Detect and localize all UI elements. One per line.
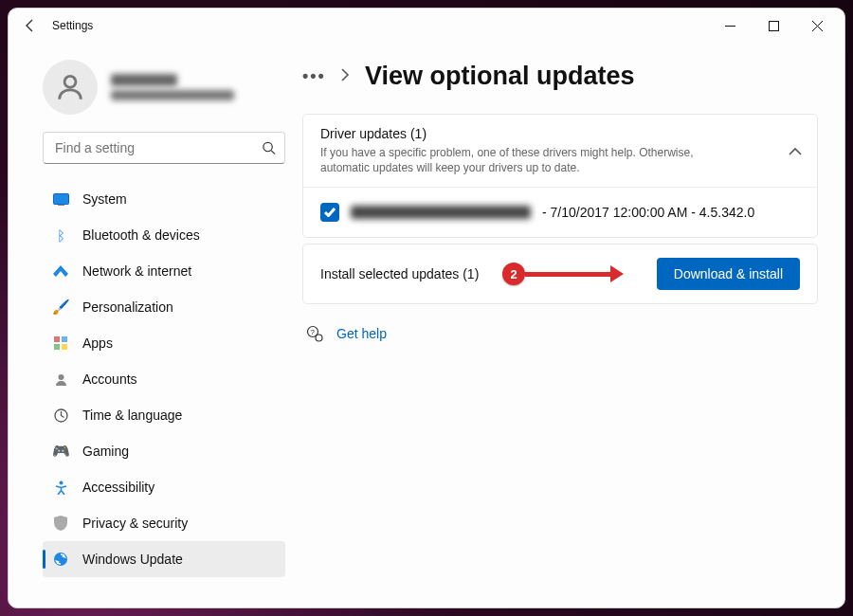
help-icon: ?: [306, 325, 323, 342]
nav-label: Privacy & security: [82, 516, 188, 531]
brush-icon: 🖌️: [52, 299, 69, 316]
nav-label: Time & language: [82, 408, 182, 423]
back-button[interactable]: [14, 9, 46, 42]
driver-updates-card: Driver updates (1) If you have a specifi…: [302, 114, 818, 238]
svg-text:?: ?: [311, 328, 316, 336]
breadcrumb: ••• View optional updates: [302, 62, 818, 91]
minimize-button[interactable]: [708, 9, 752, 43]
update-checkbox[interactable]: [320, 203, 339, 222]
driver-update-row[interactable]: - 7/10/2017 12:00:00 AM - 4.5.342.0 1: [303, 188, 817, 237]
sidebar-item-accessibility[interactable]: Accessibility: [43, 469, 285, 505]
install-label: Install selected updates (1): [320, 266, 479, 281]
sidebar-item-gaming[interactable]: 🎮Gaming: [43, 433, 285, 469]
content-area: System ᛒBluetooth & devices Network & in…: [9, 43, 844, 607]
accessibility-icon: [52, 479, 69, 496]
search-input[interactable]: [43, 132, 285, 164]
titlebar: Settings: [9, 9, 844, 43]
window-controls: [708, 9, 839, 43]
breadcrumb-ellipsis[interactable]: •••: [302, 66, 326, 86]
svg-point-5: [263, 142, 272, 151]
driver-name-redacted: [351, 206, 531, 219]
arrow-head-icon: [610, 265, 624, 282]
update-meta: - 7/10/2017 12:00:00 AM - 4.5.342.0: [542, 205, 754, 220]
arrow-left-icon: [23, 18, 38, 33]
accounts-icon: [52, 371, 69, 388]
svg-rect-8: [58, 205, 64, 206]
avatar: [43, 60, 98, 115]
user-name-redacted: [111, 74, 177, 86]
nav-label: Accessibility: [82, 480, 154, 495]
sidebar-item-privacy[interactable]: Privacy & security: [43, 505, 285, 541]
apps-icon: [52, 335, 69, 352]
svg-point-13: [58, 374, 64, 380]
gaming-icon: 🎮: [52, 443, 69, 460]
install-card: Install selected updates (1) Download & …: [302, 244, 818, 304]
shield-icon: [52, 515, 69, 532]
driver-updates-subtext: If you have a specific problem, one of t…: [320, 145, 718, 175]
download-install-button[interactable]: Download & install: [657, 258, 800, 290]
sidebar-item-accounts[interactable]: Accounts: [43, 361, 285, 397]
close-button[interactable]: [795, 9, 839, 43]
svg-rect-7: [53, 193, 68, 204]
app-title: Settings: [52, 19, 93, 32]
sidebar-item-bluetooth[interactable]: ᛒBluetooth & devices: [43, 217, 285, 253]
update-icon: [52, 551, 69, 568]
profile-block[interactable]: [43, 60, 285, 115]
nav-label: Accounts: [82, 371, 137, 387]
annotation-arrow-2: [525, 272, 610, 277]
sidebar-item-network[interactable]: Network & internet: [43, 253, 285, 289]
nav-label: Windows Update: [82, 552, 183, 567]
get-help-link[interactable]: Get help: [336, 326, 387, 341]
svg-point-15: [59, 480, 63, 484]
clock-icon: [52, 407, 69, 424]
chevron-up-icon[interactable]: [789, 142, 802, 159]
svg-rect-1: [769, 21, 778, 30]
nav-label: Bluetooth & devices: [82, 227, 200, 243]
get-help-row[interactable]: ? Get help: [306, 325, 818, 342]
bluetooth-icon: ᛒ: [52, 226, 69, 244]
svg-rect-11: [54, 344, 60, 350]
search-box[interactable]: [43, 132, 285, 164]
user-info: [111, 74, 234, 100]
maximize-button[interactable]: [752, 9, 795, 43]
nav-label: Personalization: [82, 299, 173, 315]
main-panel: ••• View optional updates Driver updates…: [302, 43, 844, 607]
nav-label: System: [82, 191, 127, 207]
nav-label: Network & internet: [82, 263, 191, 279]
annotation-2: 2: [502, 263, 624, 285]
svg-rect-9: [54, 336, 60, 342]
minimize-icon: [725, 21, 735, 31]
sidebar-item-system[interactable]: System: [43, 181, 285, 217]
nav-label: Apps: [82, 335, 113, 351]
driver-updates-heading: Driver updates (1): [320, 126, 771, 141]
svg-point-16: [54, 553, 67, 566]
annotation-badge-2: 2: [502, 263, 525, 285]
chevron-right-icon: [341, 68, 350, 84]
close-icon: [812, 21, 823, 31]
svg-point-4: [64, 76, 76, 87]
svg-rect-10: [62, 336, 67, 342]
sidebar-item-windows-update[interactable]: Windows Update: [43, 541, 285, 577]
search-icon: [262, 141, 276, 155]
monitor-icon: [52, 190, 69, 208]
svg-point-18: [316, 335, 322, 341]
user-email-redacted: [111, 90, 234, 100]
maximize-icon: [769, 21, 779, 31]
nav-label: Gaming: [82, 444, 129, 459]
person-icon: [54, 71, 86, 103]
check-icon: [324, 208, 336, 217]
nav-list: System ᛒBluetooth & devices Network & in…: [43, 181, 285, 577]
svg-rect-12: [62, 344, 67, 350]
settings-window: Settings System ᛒ: [8, 8, 845, 608]
sidebar-item-apps[interactable]: Apps: [43, 325, 285, 361]
svg-line-6: [271, 151, 275, 154]
sidebar-item-time[interactable]: Time & language: [43, 397, 285, 433]
page-title: View optional updates: [365, 62, 635, 91]
sidebar-item-personalization[interactable]: 🖌️Personalization: [43, 289, 285, 325]
sidebar: System ᛒBluetooth & devices Network & in…: [9, 43, 302, 607]
wifi-icon: [52, 263, 69, 280]
driver-updates-header[interactable]: Driver updates (1) If you have a specifi…: [303, 115, 817, 187]
